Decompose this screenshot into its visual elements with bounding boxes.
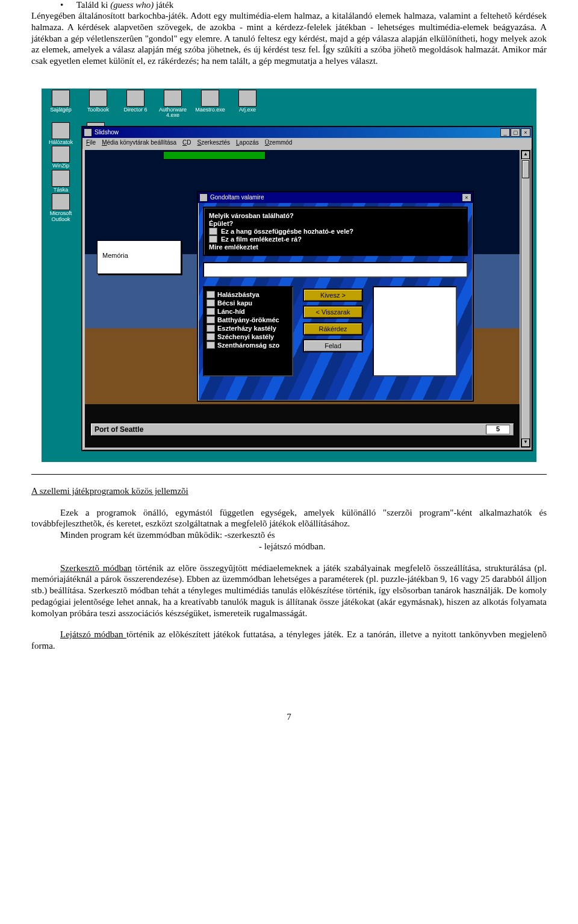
item-icon: [207, 342, 215, 349]
page-number: 7: [31, 712, 547, 722]
menu-paging[interactable]: Lapozás: [236, 139, 259, 148]
scroll-up-button[interactable]: ▲: [521, 151, 530, 159]
removed-list[interactable]: [373, 286, 457, 376]
visszarak-button[interactable]: < Visszarak: [303, 305, 363, 319]
desktop-icon[interactable]: Toolbook: [81, 90, 115, 119]
desktop-icon[interactable]: Microsoft Outlook: [44, 193, 78, 222]
item-icon: [207, 316, 215, 323]
scroll-down-button[interactable]: ▼: [521, 439, 530, 447]
sysmenu-icon[interactable]: [84, 128, 92, 137]
desktop-icon[interactable]: Táska: [44, 170, 78, 193]
menu-mode[interactable]: Üzemmód: [265, 139, 293, 148]
titlebar[interactable]: Slidshow _ ▢ ×: [82, 127, 532, 138]
desktop-icon[interactable]: Sajátgép: [44, 90, 78, 119]
vertical-scrollbar[interactable]: ▲ ▼: [521, 150, 530, 448]
dialog-titlebar[interactable]: Gondoltam valamire ×: [198, 192, 473, 203]
sound-icon: [209, 228, 217, 235]
game-heading: Találd ki (guess who) játék: [31, 0, 547, 10]
desktop-icon[interactable]: Arj.exe: [231, 90, 264, 119]
menu-media[interactable]: Média könyvtárak beállítása: [102, 139, 176, 148]
close-button[interactable]: ×: [462, 193, 471, 202]
desktop-icon[interactable]: Authorware 4.exe: [156, 90, 190, 119]
port-label: Port of Seattle: [95, 425, 143, 434]
minimize-button[interactable]: _: [500, 128, 510, 137]
film-icon: [209, 236, 217, 243]
paragraph: - lejátszó módban.: [31, 541, 547, 552]
sysmenu-icon[interactable]: [199, 193, 208, 202]
window-slideshow: Slidshow _ ▢ × File Média könyvtárak beá…: [81, 126, 533, 451]
item-icon: [207, 291, 215, 298]
question-list[interactable]: Melyik városban található? Épület? Ez a …: [203, 207, 468, 256]
desktop-icon[interactable]: Hálózatok: [44, 122, 78, 145]
close-button[interactable]: ×: [521, 128, 530, 137]
maximize-button[interactable]: ▢: [511, 128, 520, 137]
menu-cd[interactable]: CD: [182, 139, 191, 148]
paragraph: Szerkesztõ módban történik az elõre össz…: [31, 563, 547, 619]
desktop-icon[interactable]: Director 6: [119, 90, 152, 119]
item-icon: [207, 333, 215, 340]
menu-edit[interactable]: Szerkesztés: [197, 139, 230, 148]
item-icon: [207, 325, 215, 332]
window-dialog: Gondoltam valamire × Melyik városban tal…: [197, 191, 474, 402]
memoria-card[interactable]: Memória: [97, 240, 181, 274]
candidate-list[interactable]: Halászbástya Bécsi kapu Lánc-híd Batthyá…: [203, 286, 293, 376]
kivesz-button[interactable]: Kivesz >: [303, 289, 363, 302]
embedded-screenshot: Sajátgép Toolbook Director 6 Authorware …: [42, 89, 536, 462]
item-icon: [207, 308, 215, 315]
menu-file[interactable]: File: [86, 139, 96, 148]
status-bar: Port of Seattle 5: [90, 422, 515, 437]
page-field[interactable]: 5: [486, 425, 510, 434]
dialog-title: Gondoltam valamire: [210, 194, 264, 201]
slide-canvas: Memória Találd ki 3.0 1998 Port of Seatt…: [85, 150, 520, 448]
paragraph: Minden program két üzemmódban mûködik: -…: [31, 529, 547, 541]
rakerdez-button[interactable]: Rákérdez: [303, 322, 363, 336]
green-bar: [163, 151, 266, 160]
section-heading: A szellemi játékprogramok közös jellemzõ…: [31, 485, 547, 497]
menubar: File Média könyvtárak beállítása CD Szer…: [82, 138, 532, 149]
paragraph: Lejátszó módban történik az elõkészített…: [31, 629, 547, 652]
felad-button[interactable]: Felad: [303, 339, 363, 352]
answer-input[interactable]: [203, 262, 468, 278]
desktop-icon[interactable]: Maestro.exe: [193, 90, 227, 119]
window-title: Slidshow: [95, 129, 119, 136]
paragraph: Ezek a programok önálló, egymástól függe…: [31, 507, 547, 530]
intro-paragraph: Lényegében általánosított barkochba-játé…: [31, 10, 547, 67]
section-divider: [31, 474, 547, 475]
desktop-icon[interactable]: WinZip: [44, 146, 78, 169]
item-icon: [207, 299, 215, 307]
scroll-thumb[interactable]: [522, 160, 529, 178]
